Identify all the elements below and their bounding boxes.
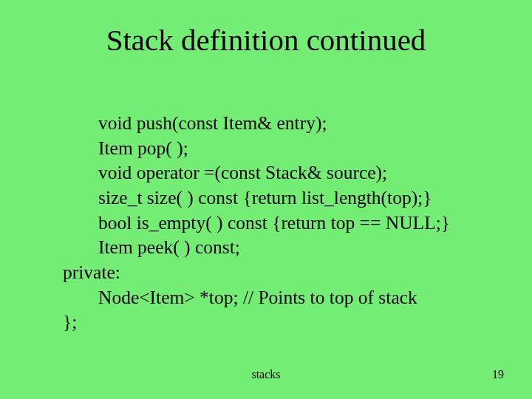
code-line: Item peek( ) const; xyxy=(98,235,506,260)
slide-title: Stack definition continued xyxy=(0,22,532,58)
code-line: }; xyxy=(63,310,506,335)
code-line: void push(const Item& entry); xyxy=(98,111,506,136)
page-number: 19 xyxy=(492,368,504,381)
footer-label: stacks xyxy=(0,368,532,381)
code-line: bool is_empty( ) const {return top == NU… xyxy=(98,211,506,236)
code-line: private: xyxy=(63,260,506,285)
code-line: size_t size( ) const {return list_length… xyxy=(98,185,506,211)
code-line: void operator =(const Stack& source); xyxy=(98,160,506,185)
slide-body: void push(const Item& entry); Item pop( … xyxy=(63,111,506,335)
code-line: Node<Item> *top; // Points to top of sta… xyxy=(98,285,506,310)
code-line: Item pop( ); xyxy=(98,136,506,161)
slide: Stack definition continued void push(con… xyxy=(0,0,532,399)
